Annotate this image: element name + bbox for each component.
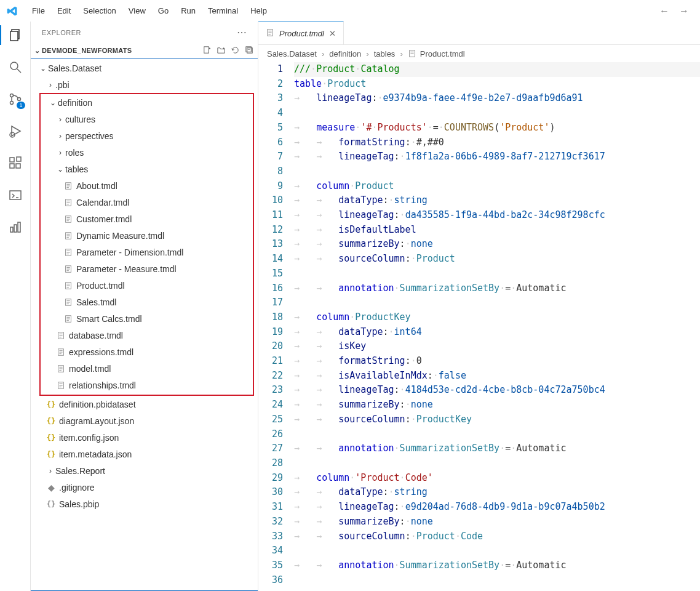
nav-back-icon[interactable]: ← [654,6,674,17]
svg-rect-13 [10,191,21,199]
run-debug-activity[interactable] [7,123,24,140]
menu-go[interactable]: Go [152,4,175,18]
tree-folder[interactable]: ›.pbi [31,76,258,93]
file-icon [63,198,74,207]
tree-folder[interactable]: ›perspectives [41,127,253,144]
file-icon [55,331,66,340]
powerbi-activity[interactable] [7,219,24,236]
file-icon [55,364,66,373]
json-icon: {} [46,433,57,442]
sidebar-more-icon[interactable]: ⋯ [237,26,247,38]
tree-file[interactable]: expressions.tmdl [41,344,253,360]
tree-file[interactable]: Smart Calcs.tmdl [41,310,253,327]
tree-folder[interactable]: ›Sales.Report [31,462,258,479]
editor-area: Product.tmdl ✕ Sales.Dataset › definitio… [258,22,700,591]
tree-file[interactable]: Calendar.tmdl [41,194,253,211]
highlight-box: ⌄definition ›cultures ›perspectives ›rol… [39,93,254,396]
search-activity[interactable] [7,58,24,76]
json-icon: {} [46,400,57,409]
svg-rect-1 [10,31,18,41]
tree-folder[interactable]: ›cultures [41,111,253,127]
explorer-activity[interactable] [7,26,24,44]
extensions-activity[interactable] [7,155,24,172]
menu-run[interactable]: Run [175,4,202,18]
editor-tab[interactable]: Product.tmdl ✕ [258,22,344,44]
menu-file[interactable]: File [26,4,51,18]
file-icon [63,231,74,240]
menu-selection[interactable]: Selection [77,4,122,18]
workspace-header[interactable]: ⌄ DEVMODE_NEWFORMATS [31,43,258,58]
file-tree: ⌄Sales.Dataset ›.pbi ⌄definition ›cultur… [31,58,258,591]
breadcrumb-item[interactable]: Product.tmdl [408,49,465,58]
refresh-icon[interactable] [231,46,240,56]
svg-rect-16 [18,222,20,232]
tree-file[interactable]: Dynamic Measure.tmdl [41,227,253,244]
tree-file[interactable]: {}item.config.json [31,429,258,446]
svg-rect-18 [247,47,252,52]
tree-file[interactable]: database.tmdl [41,327,253,344]
activity-bar: 1 [0,22,31,591]
json-icon: {} [46,417,57,425]
svg-point-5 [10,102,13,105]
scm-badge: 1 [17,102,25,109]
nav-forward-icon[interactable]: → [674,6,694,17]
vscode-logo-icon [6,5,18,17]
source-control-activity[interactable]: 1 [7,90,24,108]
new-file-icon[interactable] [202,46,212,56]
explorer-sidebar: EXPLORER ⋯ ⌄ DEVMODE_NEWFORMATS ⌄Sales.D… [31,22,258,591]
tab-bar: Product.tmdl ✕ [258,22,700,45]
tree-file[interactable]: relationships.tmdl [41,377,253,393]
file-icon [63,182,74,190]
close-icon[interactable]: ✕ [329,29,336,38]
tree-file[interactable]: Parameter - Measure.tmdl [41,260,253,277]
breadcrumb-item[interactable]: Sales.Dataset [267,49,317,58]
breadcrumb-item[interactable]: definition [329,49,361,58]
tree-file[interactable]: Customer.tmdl [41,211,253,227]
tab-label: Product.tmdl [279,29,324,38]
tree-file[interactable]: {}diagramLayout.json [31,412,258,429]
collapse-all-icon[interactable] [245,46,254,56]
svg-rect-15 [14,225,17,232]
menubar: FileEditSelectionViewGoRunTerminalHelp ←… [0,0,700,22]
menu-terminal[interactable]: Terminal [202,4,244,18]
file-icon [63,315,74,323]
breadcrumb-item[interactable]: tables [374,49,396,58]
file-icon [55,381,66,390]
tree-file[interactable]: Parameter - Dimension.tmdl [41,244,253,260]
tree-file[interactable]: {}definition.pbidataset [31,396,258,412]
json-icon: {} [46,450,57,459]
file-icon [55,348,66,356]
terminal-activity[interactable] [7,187,24,204]
menu-help[interactable]: Help [244,4,273,18]
tree-file[interactable]: Sales.tmdl [41,294,253,310]
tree-folder[interactable]: ›roles [41,144,253,161]
json-icon: {} [46,500,57,509]
file-icon [63,265,74,273]
tree-folder[interactable]: ⌄tables [41,161,253,177]
svg-rect-9 [10,158,14,162]
tree-file[interactable]: model.tmdl [41,360,253,377]
tree-file[interactable]: {}item.metadata.json [31,446,258,462]
file-icon [63,248,74,257]
svg-rect-11 [16,164,20,168]
code-editor[interactable]: 1234567891011121314151617181920212223242… [258,62,700,591]
svg-rect-12 [17,157,21,161]
svg-point-4 [10,94,13,97]
file-icon [63,281,74,290]
tree-file[interactable]: ◆.gitignore [31,479,258,496]
gitignore-icon: ◆ [46,483,57,492]
svg-line-3 [17,69,21,73]
tree-folder[interactable]: ⌄Sales.Dataset [31,60,258,76]
svg-point-6 [17,98,20,101]
tree-file[interactable]: Product.tmdl [41,277,253,294]
menu-edit[interactable]: Edit [51,4,77,18]
chevron-down-icon: ⌄ [33,47,42,55]
tree-file[interactable]: {}Sales.pbip [31,496,258,512]
svg-rect-14 [10,227,13,232]
tree-file[interactable]: About.tmdl [41,177,253,194]
line-gutter: 1234567891011121314151617181920212223242… [258,62,294,591]
tree-folder[interactable]: ⌄definition [41,94,253,111]
menu-view[interactable]: View [122,4,152,18]
new-folder-icon[interactable] [217,46,226,56]
code-content[interactable]: ///·Product·Catalogtable·Product→ lineag… [294,62,700,591]
